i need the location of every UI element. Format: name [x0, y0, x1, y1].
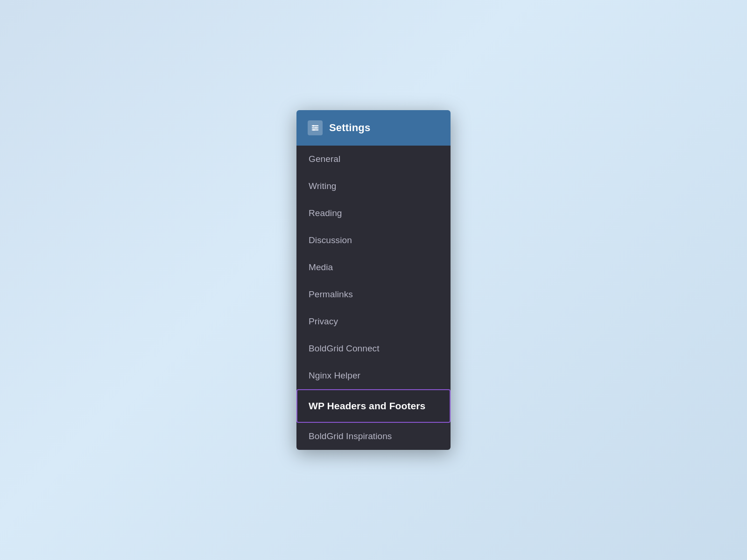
menu-items-list: General Writing Reading Discussion Media…	[296, 146, 451, 450]
sidebar-item-discussion[interactable]: Discussion	[296, 227, 451, 254]
sidebar-item-general[interactable]: General	[296, 146, 451, 173]
sidebar-item-writing[interactable]: Writing	[296, 173, 451, 200]
settings-menu: Settings General Writing Reading Discuss…	[296, 110, 451, 450]
svg-rect-2	[312, 129, 318, 130]
menu-header: Settings	[296, 110, 451, 146]
svg-point-3	[313, 125, 315, 127]
sidebar-item-reading[interactable]: Reading	[296, 200, 451, 227]
svg-point-5	[313, 129, 315, 131]
sidebar-item-boldgrid-inspirations[interactable]: BoldGrid Inspirations	[296, 423, 451, 450]
sidebar-item-wp-headers-footers[interactable]: WP Headers and Footers	[296, 389, 451, 423]
menu-header-title: Settings	[329, 122, 370, 134]
svg-point-4	[315, 127, 317, 129]
sidebar-item-media[interactable]: Media	[296, 254, 451, 281]
sidebar-item-permalinks[interactable]: Permalinks	[296, 281, 451, 308]
settings-icon	[308, 120, 323, 135]
sidebar-item-nginx-helper[interactable]: Nginx Helper	[296, 362, 451, 389]
sidebar-item-privacy[interactable]: Privacy	[296, 308, 451, 335]
sidebar-item-boldgrid-connect[interactable]: BoldGrid Connect	[296, 335, 451, 362]
